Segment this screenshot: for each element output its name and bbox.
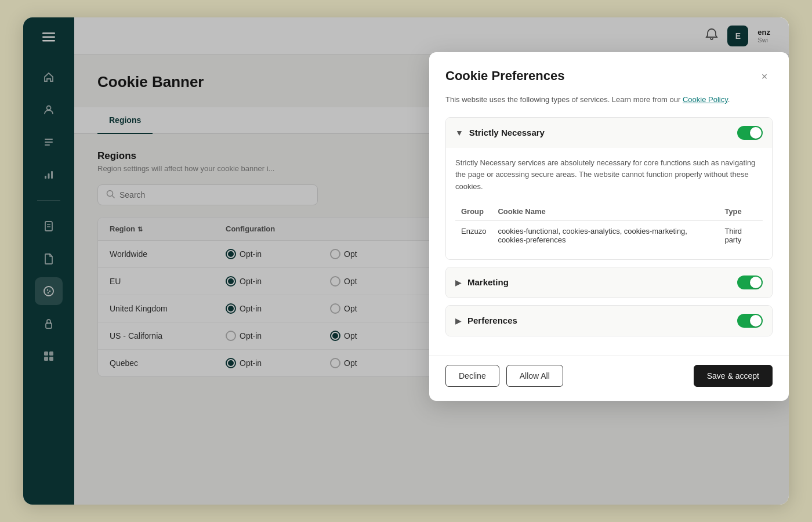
col-cookie-name: Cookie Name [492,202,719,221]
accordion-label-marketing: Marketing [467,277,509,287]
cookie-names: cookies-functional, cookies-analytics, c… [492,220,719,250]
col-type: Type [719,202,763,221]
accordion-label: Strictly Necessary [469,128,545,137]
col-group: Group [455,202,492,221]
save-accept-button[interactable]: Save & accept [694,365,773,387]
cookie-row: Enzuzo cookies-functional, cookies-analy… [455,220,763,250]
marketing-toggle[interactable] [737,276,763,289]
accordion-header-preferences[interactable]: ▶ Perferences [446,306,772,336]
accordion-strictly-necessary: ▼ Strictly Necessary Strictly Necessary … [445,117,773,260]
cookie-table: Group Cookie Name Type Enzuzo cookies-fu… [455,202,763,250]
chevron-right-icon: ▶ [455,316,462,325]
chevron-right-icon: ▶ [455,278,462,287]
footer-left-actions: Decline Allow All [445,365,563,387]
modal-close-button[interactable]: × [756,68,773,85]
accordion-header-marketing[interactable]: ▶ Marketing [446,267,772,298]
modal-overlay: Cookie Preferences × This website uses t… [23,17,789,505]
cookie-preferences-modal: Cookie Preferences × This website uses t… [429,52,789,401]
chevron-down-icon: ▼ [455,128,463,137]
accordion-marketing: ▶ Marketing [445,267,773,298]
modal-footer: Decline Allow All Save & accept [429,355,789,401]
strictly-necessary-desc: Strictly Necessary services are absolute… [455,157,763,193]
decline-button[interactable]: Decline [445,365,499,387]
cookie-group: Enzuzo [455,220,492,250]
accordion-body-strictly-necessary: Strictly Necessary services are absolute… [446,148,772,259]
strictly-necessary-toggle[interactable] [737,126,763,140]
cookie-policy-link[interactable]: Cookie Policy [683,95,728,104]
cookie-type: Third party [719,220,763,250]
accordion-header-strictly-necessary[interactable]: ▼ Strictly Necessary [446,118,772,148]
modal-subtitle: This website uses the following types of… [429,94,789,117]
accordion-label-preferences: Perferences [467,316,517,325]
preferences-toggle[interactable] [737,314,763,328]
modal-body: ▼ Strictly Necessary Strictly Necessary … [429,117,789,355]
modal-header: Cookie Preferences × [429,52,789,94]
modal-title: Cookie Preferences [445,68,564,84]
allow-all-button[interactable]: Allow All [506,365,563,387]
accordion-preferences: ▶ Perferences [445,305,773,336]
